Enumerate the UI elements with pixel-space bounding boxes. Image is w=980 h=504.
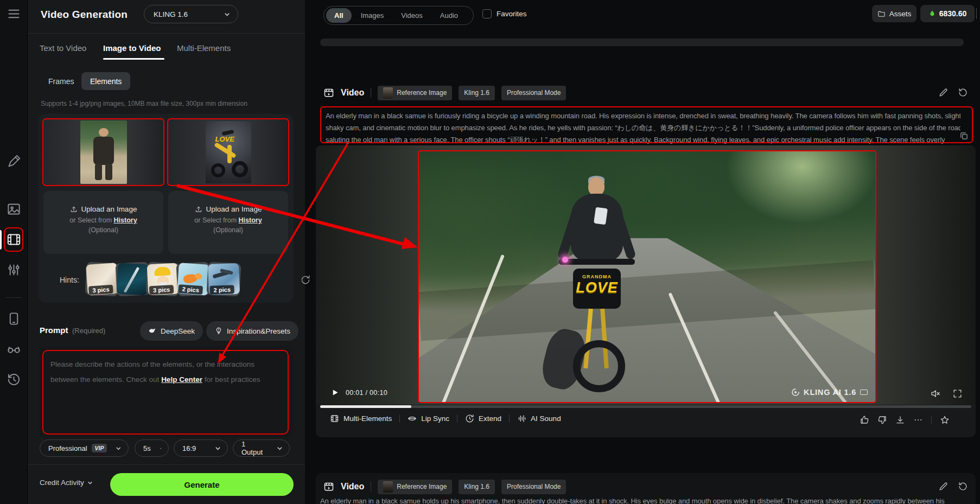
mute-icon[interactable] [930,388,940,399]
credit-activity-label: Credit Activity [40,479,84,487]
filter-audio[interactable]: Audio [432,8,466,23]
generated-video[interactable]: GRANDMA LOVE KLING AI 1.6 [419,151,875,402]
edit-pencil-icon[interactable] [938,481,949,492]
multi-elements-button[interactable]: Multi-Elements [330,414,392,423]
reference-thumbnail [383,481,393,493]
favorites-label: Favorites [497,10,527,18]
regenerate-icon[interactable] [958,87,968,98]
generation-panel: Video Generation KLING 1.6 Text to Video… [28,0,305,504]
glasses-icon[interactable] [7,342,21,356]
extend-clock-icon [465,414,474,423]
card-header-actions [938,87,968,98]
magic-pen-icon[interactable] [7,154,21,169]
credits-balance[interactable]: 6830.60 [920,5,975,22]
upload-support-note: Supports 1-4 jpg/png images, 10MB max fi… [41,100,247,107]
model-select[interactable]: KLING 1.6 [144,5,238,23]
generate-button[interactable]: Generate [110,473,294,496]
thumbs-up-icon[interactable] [860,415,869,425]
prompt-textarea[interactable]: Please describe the actions of the eleme… [39,346,294,437]
filter-all[interactable]: All [326,8,352,23]
edit-pencil-icon[interactable] [938,87,949,98]
credit-activity-toggle[interactable]: Credit Activity [40,479,93,487]
mode-tab-frames[interactable]: Frames [40,72,82,90]
menu-icon[interactable] [7,7,21,21]
download-icon[interactable] [895,415,905,425]
history-link[interactable]: History [239,216,262,224]
output-count-dropdown[interactable]: 1 Output [233,439,290,457]
hint-badge: 3 pics [149,285,174,295]
fullscreen-icon[interactable] [952,388,963,399]
image-icon[interactable] [7,202,21,216]
video-card-title: Video [341,482,364,492]
favorites-checkbox[interactable]: Favorites [482,9,527,18]
device-icon[interactable] [7,311,21,326]
upload-zone-1[interactable]: Upload an Image or Select from History (… [43,191,163,254]
video-card-title: Video [341,88,364,98]
chevron-down-icon [224,11,230,17]
hint-thumb-builder[interactable]: 3 pics [147,263,180,296]
tab-multi-elements[interactable]: Multi-Elements [177,43,231,53]
divider [371,88,371,98]
history-link[interactable]: History [114,216,137,224]
copy-icon[interactable] [959,131,969,141]
assets-button[interactable]: Assets [872,5,917,22]
lip-sync-button[interactable]: Lip Sync [408,414,449,423]
app-window: Video Generation KLING 1.6 Text to Video… [0,0,980,504]
mode-badge: Professional Mode [501,86,566,100]
element-image-preview-2[interactable]: LOVE [168,119,288,185]
time-display: 00:01 / 00:10 [346,389,387,397]
generation-prompt-text-2: An elderly man in a black samue holds up… [320,497,973,504]
card-2-header-actions [938,481,968,492]
duration-dropdown[interactable]: 5s [135,439,169,457]
upload-label: Upload an Image [206,205,262,213]
aspect-dropdown[interactable]: 16:9 [174,439,228,457]
generate-label: Generate [184,480,219,489]
watermark-tag [860,390,868,395]
hint-thumb-eagle[interactable]: 2 pics [208,263,240,295]
deepseek-button[interactable]: DeepSeek [140,321,203,341]
thumbs-down-icon[interactable] [877,415,887,425]
tab-image-to-video[interactable]: Image to Video [103,43,161,53]
player-controls: 00:01 / 00:10 [331,388,387,397]
hint-thumb-sword[interactable] [117,263,149,296]
hint-thumb-woman[interactable]: 3 pics [86,263,119,296]
video-action-row: Multi-Elements Lip Sync Extend AI Sound [330,414,561,423]
previous-card-sliver [320,39,964,46]
filter-images[interactable]: Images [353,8,392,23]
history-icon[interactable] [7,372,21,387]
upload-zone-2[interactable]: Upload an Image or Select from History (… [168,191,288,254]
inspiration-presets-button[interactable]: Inspiration&Presets [206,321,298,341]
reference-image-badge[interactable]: Reference Image [378,86,452,100]
extend-button[interactable]: Extend [465,414,501,423]
sound-equalizer-icon [517,414,526,423]
mode-tab-elements[interactable]: Elements [81,72,130,90]
hint-thumb-goldfish[interactable]: 2 pics [177,263,210,296]
credit-droplet-icon [928,10,936,17]
lightbulb-icon [214,327,223,335]
filter-videos[interactable]: Videos [393,8,431,23]
refresh-hints-icon[interactable] [300,275,311,285]
element-image-preview-1[interactable] [43,119,163,185]
regenerate-icon[interactable] [958,481,968,492]
folder-icon [877,10,886,18]
multi-elements-icon [330,414,339,423]
help-center-link[interactable]: Help Center [161,375,202,384]
play-icon[interactable] [331,388,339,397]
video-progress-bar[interactable] [320,405,971,408]
divider [371,482,371,492]
tab-text-to-video[interactable]: Text to Video [40,43,86,53]
chevron-down-icon [160,445,162,451]
reference-image-badge[interactable]: Reference Image [378,480,452,494]
hint-badge: 2 pics [209,285,234,295]
inspiration-label: Inspiration&Presets [227,327,290,335]
more-options-icon[interactable] [913,415,923,425]
select-from-text: or Select from [69,216,113,224]
hints-label: Hints: [60,276,79,284]
ai-sound-button[interactable]: AI Sound [517,414,561,423]
chevron-down-icon [116,445,122,451]
chevron-down-icon [277,445,283,451]
mode-dropdown[interactable]: Professional VIP [40,439,129,457]
audio-sliders-icon[interactable] [7,263,21,277]
favorite-star-icon[interactable] [940,415,950,425]
video-frames-icon[interactable] [7,232,21,247]
